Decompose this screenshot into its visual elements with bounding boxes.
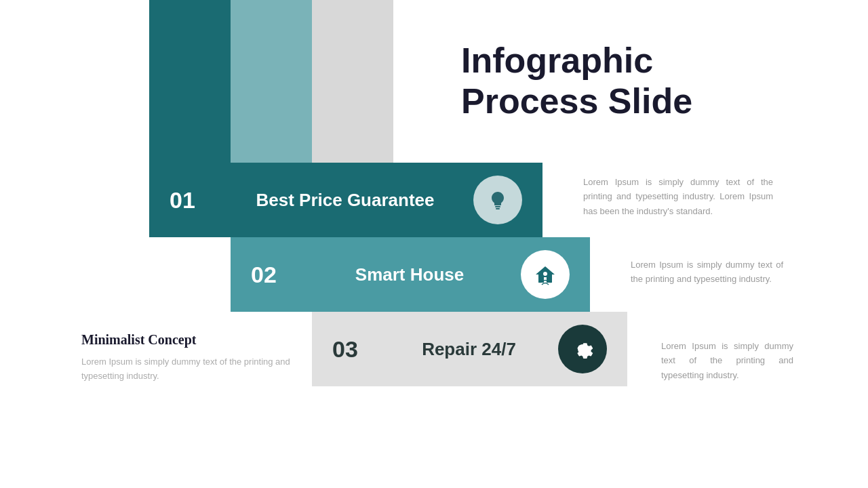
item-01-icon-circle [473,176,522,224]
svg-rect-0 [495,206,500,207]
concept-area: Minimalist Concept Lorem Ipsum is simply… [81,332,305,384]
gear-icon [569,336,596,363]
page-title: Infographic Process Slide [461,41,692,122]
description-01: Lorem Ipsum is simply dummy text of the … [583,175,773,218]
bar-gray [312,0,393,163]
svg-rect-1 [496,208,500,209]
process-item-01: 01 Best Price Guarantee [149,163,542,237]
item-03-label: Repair 24/7 [380,339,558,360]
bar-teal [149,0,231,163]
item-02-icon-circle [521,250,570,299]
smart-house-icon [532,261,559,288]
lightbulb-icon [486,188,510,212]
item-02-label: Smart House [298,264,521,285]
concept-title: Minimalist Concept [81,332,305,348]
process-item-03: 03 Repair 24/7 [312,312,627,386]
decorative-bars [149,0,393,163]
bar-light-teal [231,0,312,163]
svg-point-3 [543,272,547,276]
item-01-label: Best Price Guarantee [217,190,473,211]
item-03-icon-circle [558,325,607,373]
title-area: Infographic Process Slide [461,41,692,122]
process-item-02: 02 Smart House [231,237,590,312]
item-03-number: 03 [332,336,380,363]
item-01-number: 01 [170,187,217,214]
description-03: Lorem Ipsum is simply dummy text of the … [661,339,793,382]
item-02-number: 02 [251,262,298,288]
concept-description: Lorem Ipsum is simply dummy text of the … [81,354,305,384]
description-02: Lorem Ipsum is simply dummy text of the … [631,258,783,287]
